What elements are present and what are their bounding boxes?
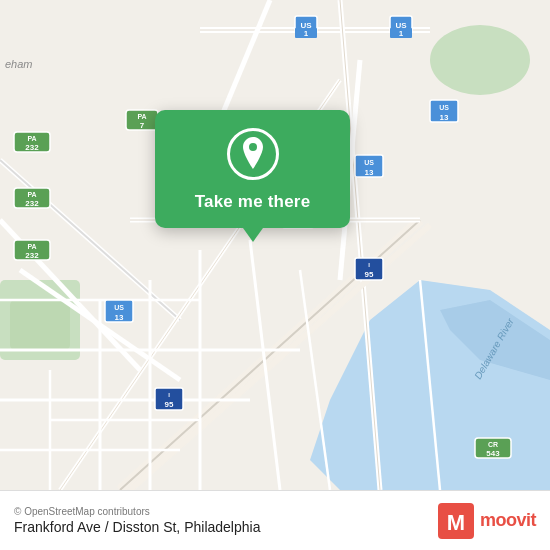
take-me-there-label: Take me there (195, 192, 311, 212)
copyright-text: © OpenStreetMap contributors (14, 506, 260, 517)
svg-text:1: 1 (399, 29, 404, 38)
take-me-there-popup[interactable]: Take me there (155, 110, 350, 228)
moovit-logo: M moovit (438, 503, 536, 539)
svg-text:232: 232 (25, 251, 39, 260)
svg-text:US: US (364, 159, 374, 166)
svg-text:CR: CR (488, 441, 498, 448)
svg-point-3 (430, 25, 530, 95)
svg-text:M: M (447, 510, 465, 535)
svg-rect-5 (10, 300, 70, 350)
svg-text:232: 232 (25, 199, 39, 208)
svg-text:1: 1 (304, 29, 309, 38)
svg-text:US: US (114, 304, 124, 311)
svg-text:543: 543 (486, 449, 500, 458)
svg-text:PA: PA (27, 191, 36, 198)
location-pin-icon (239, 137, 267, 171)
svg-text:US: US (439, 104, 449, 111)
svg-text:13: 13 (440, 113, 449, 122)
map-container: US 1 US 1 PA 232 PA 232 PA 232 PA 7 US 1… (0, 0, 550, 490)
svg-text:95: 95 (165, 400, 174, 409)
svg-text:13: 13 (115, 313, 124, 322)
bottom-info: © OpenStreetMap contributors Frankford A… (14, 506, 260, 535)
moovit-text: moovit (480, 510, 536, 531)
pin-icon-container (227, 128, 279, 180)
svg-text:232: 232 (25, 143, 39, 152)
svg-text:95: 95 (365, 270, 374, 279)
svg-text:13: 13 (365, 168, 374, 177)
svg-text:PA: PA (27, 135, 36, 142)
map-background: US 1 US 1 PA 232 PA 232 PA 232 PA 7 US 1… (0, 0, 550, 490)
svg-text:eham: eham (5, 58, 33, 70)
svg-text:PA: PA (137, 113, 146, 120)
svg-text:PA: PA (27, 243, 36, 250)
bottom-bar: © OpenStreetMap contributors Frankford A… (0, 490, 550, 550)
moovit-icon: M (438, 503, 474, 539)
svg-text:7: 7 (140, 121, 145, 130)
location-name: Frankford Ave / Disston St, Philadelphia (14, 519, 260, 535)
